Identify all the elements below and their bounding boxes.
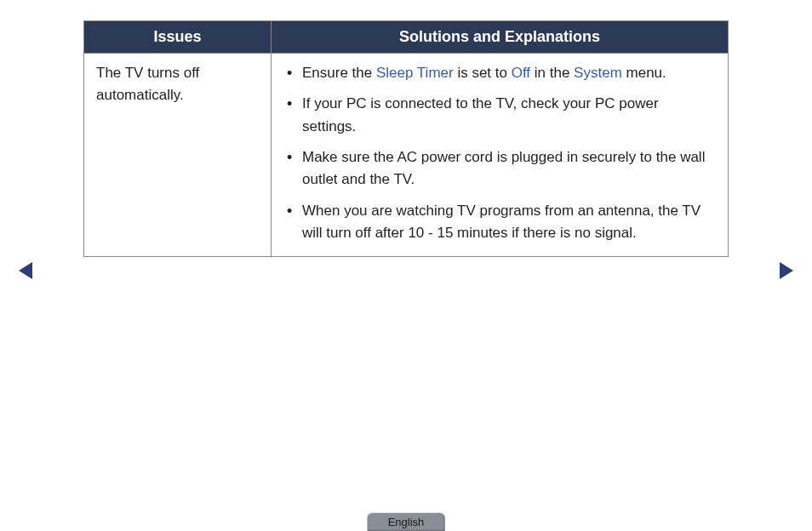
table-row: The TV turns off automatically. Ensure t… (84, 54, 729, 257)
previous-page-arrow-icon[interactable] (19, 262, 32, 279)
header-issues: Issues (84, 21, 272, 54)
text-segment: in the (530, 65, 574, 81)
text-segment: is set to (454, 65, 512, 81)
solution-item: Make sure the AC power cord is plugged i… (283, 146, 716, 191)
troubleshooting-table: Issues Solutions and Explanations The TV… (83, 20, 729, 257)
header-solutions: Solutions and Explanations (272, 21, 729, 54)
solution-item: Ensure the Sleep Timer is set to Off in … (283, 62, 716, 84)
text-segment: Ensure the (302, 65, 376, 81)
link-off: Off (512, 65, 530, 81)
link-sleep-timer: Sleep Timer (376, 65, 454, 81)
solutions-cell: Ensure the Sleep Timer is set to Off in … (272, 54, 729, 257)
next-page-arrow-icon[interactable] (780, 262, 793, 279)
link-system: System (574, 65, 622, 81)
solution-item: When you are watching TV programs from a… (283, 200, 716, 245)
solution-item: If your PC is connected to the TV, check… (283, 93, 716, 138)
issue-cell: The TV turns off automatically. (84, 54, 272, 257)
language-tab[interactable]: English (368, 513, 445, 531)
text-segment: menu. (622, 65, 666, 81)
